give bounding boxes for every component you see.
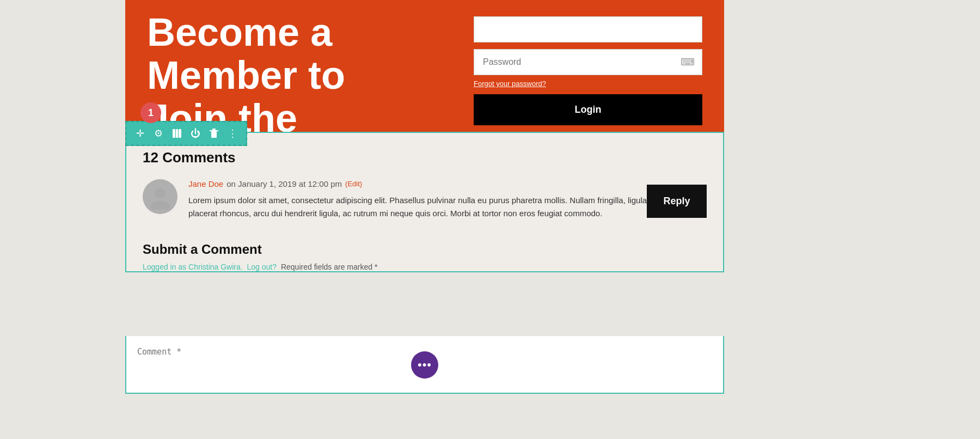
- block-toolbar: ✛ ⚙ ⏻ ⋮: [125, 121, 247, 146]
- comment-edit-link[interactable]: (Edit): [345, 180, 362, 188]
- avatar: [143, 179, 177, 214]
- svg-rect-5: [212, 129, 216, 130]
- columns-icon[interactable]: [169, 125, 185, 142]
- more-icon[interactable]: ⋮: [224, 125, 241, 142]
- logged-in-link[interactable]: Logged in as Christina Gwira.: [143, 263, 243, 271]
- password-wrapper: ⌨: [474, 49, 702, 75]
- login-form: ⌨ Forgot your password? Login: [474, 16, 702, 125]
- password-toggle-icon[interactable]: ⌨: [681, 56, 695, 68]
- reply-button[interactable]: Reply: [647, 185, 707, 218]
- email-input[interactable]: [474, 16, 702, 42]
- svg-point-7: [150, 201, 170, 210]
- comments-title: 12 Comments: [143, 149, 707, 166]
- password-input[interactable]: [474, 49, 702, 75]
- comment-item: Jane Doe on January 1, 2019 at 12:00 pm …: [143, 179, 707, 220]
- login-button[interactable]: Login: [474, 94, 702, 125]
- svg-rect-4: [211, 131, 217, 138]
- required-text: Required fields are marked *: [281, 263, 377, 271]
- dots-menu-button[interactable]: •••: [411, 351, 438, 379]
- svg-rect-3: [210, 130, 218, 131]
- submit-comment-section: Submit a Comment Logged in as Christina …: [143, 242, 707, 271]
- comment-author: Jane Doe: [188, 179, 223, 188]
- power-icon[interactable]: ⏻: [187, 125, 204, 142]
- step-badge: 1: [140, 102, 161, 123]
- svg-rect-2: [179, 129, 181, 138]
- forgot-password-link[interactable]: Forgot your password?: [474, 80, 702, 88]
- comment-body: Jane Doe on January 1, 2019 at 12:00 pm …: [188, 179, 707, 220]
- dots-icon: •••: [418, 358, 432, 372]
- svg-point-6: [155, 188, 166, 199]
- submit-title: Submit a Comment: [143, 242, 707, 257]
- comments-section: 12 Comments Jane Doe on January 1, 2019 …: [125, 132, 724, 272]
- submit-meta: Logged in as Christina Gwira. Log out? R…: [143, 263, 707, 271]
- logout-link[interactable]: Log out?: [247, 263, 277, 271]
- move-icon[interactable]: ✛: [132, 125, 148, 142]
- delete-icon[interactable]: [206, 125, 222, 142]
- comment-meta: Jane Doe on January 1, 2019 at 12:00 pm …: [188, 179, 707, 188]
- settings-icon[interactable]: ⚙: [150, 125, 167, 142]
- comment-date: on January 1, 2019 at 12:00 pm: [226, 179, 342, 188]
- svg-rect-1: [176, 129, 178, 138]
- comment-text: Lorem ipsum dolor sit amet, consectetur …: [188, 194, 707, 220]
- svg-rect-0: [173, 129, 175, 138]
